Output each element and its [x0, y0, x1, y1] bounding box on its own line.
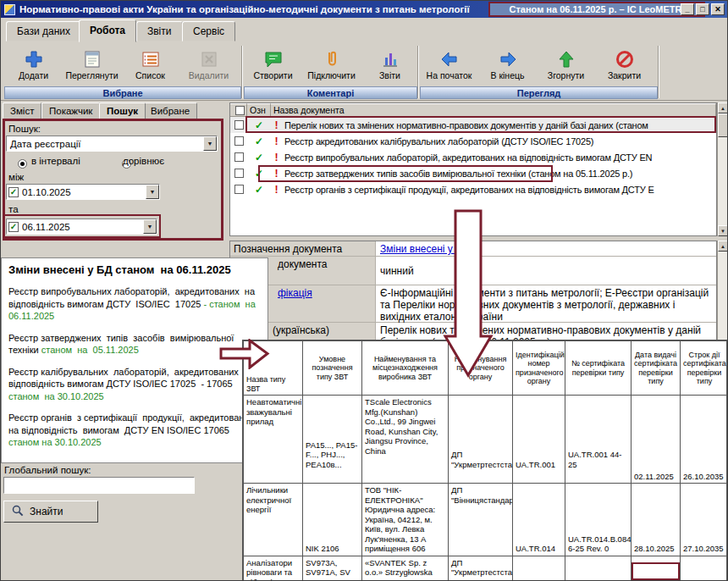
window-controls: _ □ ✕: [681, 3, 725, 15]
form-icon: [82, 47, 102, 70]
document-title: Реєстр затверджених типів засобів вимірю…: [282, 169, 716, 179]
group-label-comments: Коментарі: [244, 86, 417, 99]
go-start-label: На початок: [427, 70, 472, 80]
delete-button-label: Видалити: [189, 70, 229, 80]
table-row[interactable]: Лічильники електричної енергії NIK 2106 …: [244, 484, 728, 556]
list-button-label: Список: [135, 70, 165, 80]
tab-robota[interactable]: Робота: [79, 19, 136, 42]
tab-servis[interactable]: Сервіс: [182, 21, 235, 42]
group-label-view: Перегляд: [420, 86, 658, 99]
alert-icon: !: [271, 152, 282, 163]
tab-pokazhchyk[interactable]: Покажчик: [41, 102, 100, 119]
alert-icon: !: [271, 184, 282, 196]
change-date: станом на 30.10.2025: [8, 391, 104, 401]
table-row[interactable]: Неавтоматичні зважувальні прилад PA15...…: [244, 396, 728, 484]
col-designated-body[interactable]: Найменування призначеного органу: [449, 341, 513, 396]
minimize-button[interactable]: _: [681, 3, 694, 15]
close-view-button[interactable]: Закрити: [595, 45, 654, 86]
document-row[interactable]: ✓ ! Реєстр органів з сертифікації продук…: [230, 181, 716, 197]
paperclip-icon: [322, 47, 342, 70]
col-validity[interactable]: Строк дії сертифіката перевірки типу: [681, 341, 728, 396]
go-start-button[interactable]: На початок: [420, 45, 478, 86]
col-type-name[interactable]: Назва типу ЗВТ: [244, 341, 303, 396]
bar-chart-icon: [380, 47, 400, 70]
window-title: Нормативно-правові акти України та орган…: [19, 4, 470, 14]
scrollbar-thumb[interactable]: [718, 113, 728, 137]
row-checkbox[interactable]: [234, 136, 244, 146]
row-checkbox[interactable]: [234, 185, 244, 194]
column-mark[interactable]: Озн: [247, 103, 271, 116]
view-button-label: Переглянути: [65, 70, 118, 80]
date-to-checkbox[interactable]: ✓: [8, 222, 19, 232]
close-button[interactable]: ✕: [711, 3, 725, 15]
table-row[interactable]: Аналізатори рівноваги та вібрації SV973A…: [244, 556, 728, 581]
details-pane: Позначення документа Зміни внесені у БД …: [229, 241, 717, 344]
search-criteria-combo[interactable]: Дата реєстрації ▼: [6, 136, 218, 152]
radio-interval[interactable]: [18, 159, 27, 169]
list-icon: [141, 47, 161, 70]
collapse-label: Згорнути: [548, 70, 584, 80]
popup-item: Реєстр органів з сертифікації продукції,…: [8, 412, 261, 449]
col-certificate-number[interactable]: № сертифіката перевірки типу: [565, 341, 631, 396]
tab-vybrane[interactable]: Вибране: [143, 102, 197, 119]
date-from-combo[interactable]: ✓ 01.10.2025 ▼: [6, 184, 160, 200]
alert-icon: !: [271, 168, 282, 180]
delete-button[interactable]: Видалити: [179, 45, 238, 86]
col-issue-date[interactable]: Дата видачі сертифіката перевірки типу: [631, 341, 681, 396]
search-criteria-value: Дата реєстрації: [7, 139, 203, 149]
app-icon: [4, 4, 15, 15]
chevron-down-icon[interactable]: ▼: [146, 185, 159, 199]
toolbar-group-favorites: Додати Переглянути Список Видалити: [4, 45, 238, 86]
group-label-favorites: Вибране: [4, 86, 241, 99]
document-list-scrollbar[interactable]: ▲ ▼: [717, 102, 727, 236]
maximize-button[interactable]: □: [696, 3, 709, 15]
date-from-checkbox[interactable]: ✓: [8, 187, 19, 197]
scroll-up-icon[interactable]: ▲: [718, 102, 728, 113]
create-comment-button[interactable]: Створити: [244, 45, 302, 86]
date-to-combo[interactable]: ✓ 06.11.2025 ▼: [6, 219, 157, 235]
collapse-button[interactable]: Згорнути: [537, 45, 595, 86]
comment-reports-button[interactable]: Звіти: [361, 45, 419, 86]
document-title: Реєстр акредитованих калібрувальних лабо…: [282, 136, 716, 147]
row-checkbox[interactable]: [234, 169, 244, 178]
document-row[interactable]: ✓ ! Реєстр затверджених типів засобів ви…: [230, 165, 716, 181]
document-title: Реєстр органів з сертифікації продукції,…: [282, 185, 716, 195]
list-button[interactable]: Список: [121, 45, 179, 86]
tab-zvity[interactable]: Звіти: [136, 21, 183, 42]
create-comment-label: Створити: [253, 70, 292, 80]
row-checkbox[interactable]: [234, 120, 244, 130]
document-row[interactable]: ✓ ! Перелік нових та змінених нормативно…: [230, 117, 716, 133]
scroll-up-icon[interactable]: ▲: [718, 241, 728, 252]
go-end-button[interactable]: В кінець: [478, 45, 537, 86]
document-row[interactable]: ✓ ! Реєстр випробувальних лабораторій, а…: [230, 149, 716, 165]
chevron-down-icon[interactable]: ▼: [203, 136, 217, 151]
chevron-down-icon[interactable]: ▼: [143, 219, 157, 234]
find-button[interactable]: Знайти: [3, 501, 98, 523]
select-all-checkbox[interactable]: [235, 106, 245, 115]
detail-label: Позначення документа: [230, 241, 376, 256]
attach-comment-button[interactable]: Підключити: [302, 45, 361, 86]
view-button[interactable]: Переглянути: [63, 45, 121, 86]
classification-link[interactable]: фікація: [278, 287, 312, 299]
column-title[interactable]: Назва документа: [271, 103, 716, 116]
row-checkbox[interactable]: [234, 152, 244, 162]
changes-link[interactable]: Зміни внесені у БД: [380, 243, 469, 255]
plus-icon: [24, 47, 44, 70]
magnifier-icon: [11, 504, 25, 520]
col-id-number[interactable]: Ідентифікаційний номер призначеного орга…: [513, 341, 565, 396]
detail-value: Є-Інформаційні документи з питань метрол…: [376, 285, 716, 322]
col-designation[interactable]: Умовне позначення типу ЗВТ: [303, 341, 362, 396]
global-search-input[interactable]: [3, 477, 195, 494]
tab-poshuk[interactable]: Пошук: [99, 102, 146, 119]
scroll-down-icon[interactable]: ▼: [718, 225, 728, 236]
details-scrollbar[interactable]: ▲: [717, 241, 727, 344]
add-button[interactable]: Додати: [4, 45, 63, 86]
toolbar-group-comments: Створити Підключити Звіти: [244, 45, 419, 86]
document-row[interactable]: ✓ ! Реєстр акредитованих калібрувальних …: [230, 133, 716, 149]
checkmark-icon: ✓: [247, 184, 271, 196]
col-manufacturer[interactable]: Найменування та місцезнаходження виробни…: [362, 341, 449, 396]
between-label: між: [8, 172, 24, 182]
forbidden-icon: [615, 47, 635, 70]
tab-bazy-danykh[interactable]: Бази даних: [6, 21, 81, 42]
tab-zmist[interactable]: Зміст: [3, 102, 41, 119]
